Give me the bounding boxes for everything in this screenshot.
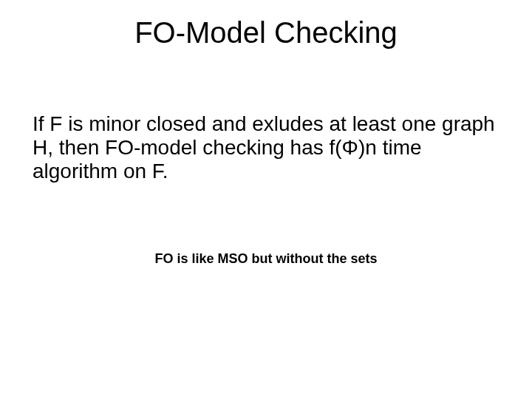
slide-title: FO-Model Checking xyxy=(0,16,532,50)
slide-note: FO is like MSO but without the sets xyxy=(0,251,532,267)
slide: FO-Model Checking If F is minor closed a… xyxy=(0,0,532,399)
slide-body-text: If F is minor closed and exludes at leas… xyxy=(33,112,502,184)
